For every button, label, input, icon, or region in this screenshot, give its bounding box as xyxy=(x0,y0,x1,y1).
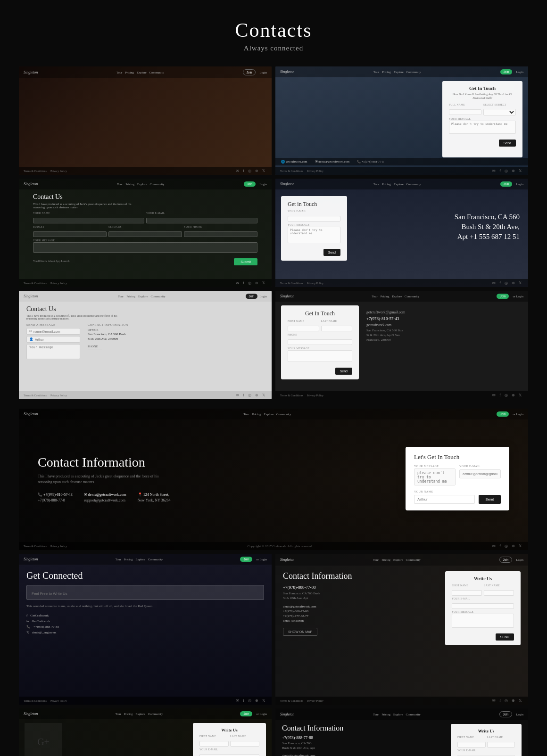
select-subject-2[interactable] xyxy=(483,109,516,115)
pin-icon-1[interactable]: ⊕ xyxy=(255,169,258,173)
footer-5: Terms & ConditionsPrivacy Policy ✉f◎⊕𝕏 xyxy=(19,391,272,399)
footer-ci2: Terms & ConditionsPrivacy Policy ✉f◎⊕𝕏 xyxy=(275,697,528,705)
join-btn-gc[interactable]: Join xyxy=(240,557,252,562)
footer-gc: Terms & ConditionsPrivacy Policy ✉f◎⊕𝕏 xyxy=(19,697,272,705)
footer-ci: Terms & ConditionsPrivacy Policy Copyrig… xyxy=(19,542,528,550)
get-connected-card: Singleton TourPricingExploreCommunity Jo… xyxy=(19,554,272,705)
join-btn-5[interactable]: Join xyxy=(246,294,258,299)
wu-fname-b[interactable] xyxy=(199,741,229,747)
input-name-3[interactable] xyxy=(33,218,144,223)
wu-message[interactable] xyxy=(452,614,514,628)
join-btn-cibr[interactable]: Join xyxy=(499,711,513,717)
email-icon-2[interactable]: ✉ xyxy=(492,169,496,173)
footer-1: Terms & ConditionsPrivacy Policy ✉ f ◎ ⊕… xyxy=(19,167,272,175)
show-on-map-btn[interactable]: SHOW ON MAP xyxy=(283,628,317,636)
wu-email-b[interactable] xyxy=(199,754,259,756)
input-message-4[interactable] xyxy=(288,227,340,243)
page-header: Contacts Always connected xyxy=(0,0,547,66)
input-message-6[interactable] xyxy=(288,350,352,362)
address-info-4: San Francisco, CA 560Bush St & 20th Ave,… xyxy=(455,193,522,242)
input-name-lti[interactable] xyxy=(414,495,475,504)
submit-btn-3[interactable]: Submit xyxy=(234,258,257,265)
tw-icon-2[interactable]: 𝕏 xyxy=(519,169,522,173)
wu-send-btn[interactable]: SEND xyxy=(496,633,514,641)
card-get-in-touch-split: Singleton TourPricingExploreCommunity Jo… xyxy=(275,291,528,399)
logo-2: Singleton xyxy=(280,70,294,74)
pin-icon-2[interactable]: ⊕ xyxy=(512,169,515,173)
ig-icon-2[interactable]: ◎ xyxy=(505,169,508,173)
ci-text: Contact Information This I have produced… xyxy=(38,455,170,502)
wu-lname[interactable] xyxy=(484,590,514,596)
contact-info-6: getcraftwork@gmail.com +7(978)-810-57-43… xyxy=(359,305,528,382)
send-btn-2[interactable]: Send xyxy=(499,140,516,147)
join-btn-6[interactable]: Join xyxy=(497,294,509,299)
gc-input[interactable] xyxy=(32,592,259,596)
input-email-5[interactable] xyxy=(33,330,76,333)
form-title-5: Contact Us xyxy=(26,305,264,313)
card-get-in-touch-city: Singleton TourPricingExploreCommunity Jo… xyxy=(275,179,528,287)
contact-info-bottom-right: Singleton TourPricingExploreCommunity Jo… xyxy=(275,708,528,756)
card-contact-us-green: Singleton TourPricingExploreCommunity Jo… xyxy=(19,179,272,287)
input-message-2[interactable] xyxy=(449,121,516,134)
wu-email[interactable] xyxy=(452,603,514,609)
login-2[interactable]: Login xyxy=(516,70,523,74)
wu-lname-r[interactable] xyxy=(487,742,515,748)
input-msg-lti[interactable] xyxy=(414,468,456,485)
form-subtitle-2: How Do I Know If I'm Getting Any Of This… xyxy=(449,93,516,100)
nav-links-1: Tour Pricing Explore Community xyxy=(116,71,164,74)
input-fullname-2[interactable] xyxy=(449,109,481,115)
join-btn-ci[interactable]: Join xyxy=(497,411,509,417)
get-connected-title: Get Connected xyxy=(26,570,264,581)
send-btn-4[interactable]: Send xyxy=(323,249,340,256)
send-btn-6[interactable]: Send xyxy=(335,368,352,375)
input-fname-6[interactable] xyxy=(288,326,319,331)
ci2-left: Contact Information +7(978)-888-77-88 Sa… xyxy=(283,571,439,687)
join-btn-3[interactable]: Join xyxy=(244,181,256,187)
wu-lname-b[interactable] xyxy=(230,741,259,747)
card-contact-us-dark: Singleton Tour Pricing Explore Community… xyxy=(19,66,272,175)
navbar-1: Singleton Tour Pricing Explore Community… xyxy=(19,66,272,78)
write-us-form-bottom: Write Us FIRST NAME LAST NAME YOUR E-MAI… xyxy=(193,723,266,756)
input-lname-6[interactable] xyxy=(321,326,353,331)
navbar-2: Singleton TourPricingExploreCommunity Jo… xyxy=(275,66,528,77)
email-icon-1[interactable]: ✉ xyxy=(236,169,239,173)
login-1[interactable]: Login xyxy=(259,71,267,74)
get-in-touch-form-4: Get in Touch YOUR E-MAIL YOUR MESSAGE Se… xyxy=(281,196,347,261)
contact-info-large: Singleton TourPricingExploreCommunity Jo… xyxy=(19,409,528,550)
contact-form-3: Contact Us This I have produced as a sco… xyxy=(33,193,257,265)
fb-icon-1[interactable]: f xyxy=(243,169,244,173)
contact-info-card2: Singleton TourPricingExploreCommunity Jo… xyxy=(275,554,528,705)
footer-3: Terms & ConditionsPrivacy Policy ✉f◎⊕𝕏 xyxy=(19,279,272,287)
input-phone-6[interactable] xyxy=(288,339,352,345)
input-phone-3[interactable] xyxy=(184,231,257,237)
card-get-in-touch-photo: Singleton TourPricingExploreCommunity Jo… xyxy=(275,66,528,175)
write-us-form: Write Us FIRST NAME LAST NAME YOUR E-MAI… xyxy=(445,571,521,645)
input-services-3[interactable] xyxy=(108,231,182,237)
footer-6: Terms & ConditionsPrivacy Policy ✉f◎⊕𝕏 xyxy=(275,391,528,399)
join-btn-1[interactable]: Join xyxy=(243,69,256,75)
join-btn-2[interactable]: Join xyxy=(500,69,513,74)
form-title-4: Get in Touch xyxy=(288,201,340,208)
input-email-4[interactable] xyxy=(288,216,340,222)
wu-fname[interactable] xyxy=(452,590,482,596)
join-btn-ci2[interactable]: Join xyxy=(499,557,513,563)
input-email-3[interactable] xyxy=(146,218,257,223)
tw-icon-1[interactable]: 𝕏 xyxy=(262,169,265,173)
input-name-5[interactable] xyxy=(35,338,77,341)
input-message-3[interactable] xyxy=(33,242,257,253)
ig-icon-1[interactable]: ◎ xyxy=(248,169,251,173)
input-budget-3[interactable] xyxy=(33,231,107,237)
input-message-5[interactable] xyxy=(29,345,76,356)
footer-2: Terms & ConditionsPrivacy Policy ✉ f ◎ ⊕… xyxy=(275,167,528,175)
wu-fname-r[interactable] xyxy=(457,742,486,748)
send-btn-lti[interactable]: Send xyxy=(479,495,501,504)
form-title-2: Get In Touch xyxy=(449,86,516,91)
fb-icon-2[interactable]: f xyxy=(499,169,501,173)
input-email-lti[interactable] xyxy=(459,469,501,478)
get-in-touch-form-6: Get In Touch FIRST NAME LAST NAME PHONE xyxy=(281,305,359,379)
ci-bottom-left: Contact Information +7(978)-888-77-88 Sa… xyxy=(282,724,446,756)
join-btn-wu[interactable]: Join xyxy=(240,711,252,716)
join-btn-4[interactable]: Join xyxy=(500,181,513,187)
card-contact-us-minimal: Singleton TourPricingExploreCommunity Jo… xyxy=(19,291,272,399)
logo-1: Singleton xyxy=(24,70,38,74)
